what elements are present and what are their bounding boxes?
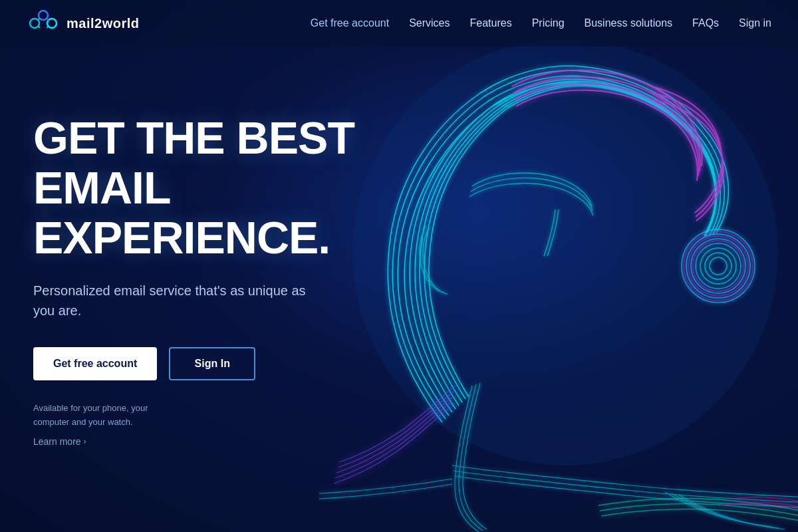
nav-item-services[interactable]: Services [409,17,450,29]
nav-item-pricing[interactable]: Pricing [532,17,565,29]
nav-link-business[interactable]: Business solutions [585,17,673,29]
nav-link-signin[interactable]: Sign in [739,17,771,29]
nav-item-features[interactable]: Features [470,17,512,29]
logo-area[interactable]: mail2world [27,7,139,40]
nav-link-get-free[interactable]: Get free account [311,17,389,29]
hero-title: GET THE BEST EMAIL EXPERIENCE. [33,113,379,262]
nav-links: Get free account Services Features Prici… [311,17,771,29]
nav-link-features[interactable]: Features [470,17,512,29]
nav-link-pricing[interactable]: Pricing [532,17,565,29]
learn-more-link[interactable]: Learn more › [33,436,765,447]
nav-link-services[interactable]: Services [409,17,450,29]
learn-more-label: Learn more [33,436,81,447]
nav-item-get-free[interactable]: Get free account [311,17,389,29]
brand-name: mail2world [66,16,139,31]
chevron-right-icon: › [84,437,86,446]
hero-subtitle: Personalized email service that's as uni… [33,281,313,321]
get-free-account-button[interactable]: Get free account [33,347,157,380]
logo-icon [27,7,60,40]
svg-line-17 [47,26,49,28]
sign-in-button[interactable]: Sign In [169,347,255,380]
hero-buttons: Get free account Sign In [33,347,765,380]
navbar: mail2world Get free account Services Fea… [0,0,798,47]
nav-link-faqs[interactable]: FAQs [692,17,719,29]
nav-item-signin[interactable]: Sign in [739,17,771,29]
hero-section: GET THE BEST EMAIL EXPERIENCE. Personali… [0,47,798,447]
nav-item-faqs[interactable]: FAQs [692,17,719,29]
hero-available-text: Available for your phone, your computer … [33,402,180,430]
nav-item-business[interactable]: Business solutions [585,17,673,29]
svg-line-16 [38,26,40,28]
